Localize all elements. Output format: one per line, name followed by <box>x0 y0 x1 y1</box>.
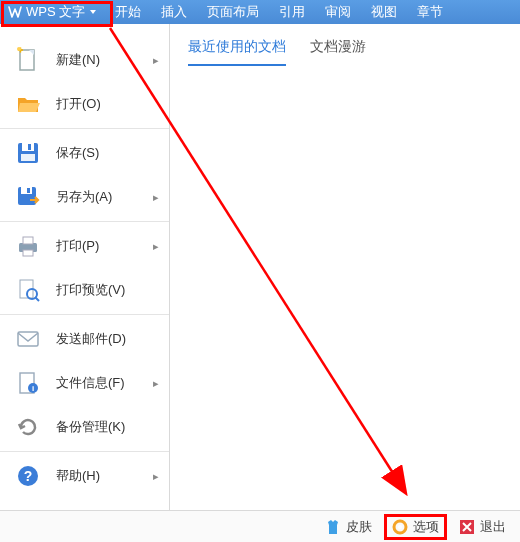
sidebar-item-print[interactable]: 打印(P) ▸ <box>0 224 169 268</box>
menu-insert[interactable]: 插入 <box>151 0 197 24</box>
separator <box>0 314 169 315</box>
close-icon <box>459 519 475 535</box>
chevron-right-icon: ▸ <box>153 377 159 390</box>
mail-icon <box>14 325 42 353</box>
svg-rect-12 <box>23 250 33 256</box>
chevron-down-icon <box>89 8 97 16</box>
svg-rect-6 <box>21 154 35 161</box>
sidebar-item-label: 打开(O) <box>56 95 101 113</box>
separator <box>0 128 169 129</box>
sidebar-item-label: 保存(S) <box>56 144 99 162</box>
content-area: 最近使用的文档 文档漫游 <box>170 24 520 510</box>
doc-tabs: 最近使用的文档 文档漫游 <box>170 24 520 66</box>
svg-rect-16 <box>18 332 38 346</box>
sidebar-item-label: 发送邮件(D) <box>56 330 126 348</box>
exit-button[interactable]: 退出 <box>451 514 514 540</box>
sidebar-item-open[interactable]: 打开(O) <box>0 82 169 126</box>
chevron-right-icon: ▸ <box>153 240 159 253</box>
sidebar-item-backup[interactable]: 备份管理(K) <box>0 405 169 449</box>
file-menu-sidebar: 新建(N) ▸ 打开(O) 保存(S) 另存为(A) <box>0 24 170 510</box>
sidebar-item-label: 备份管理(K) <box>56 418 125 436</box>
print-icon <box>14 232 42 260</box>
svg-rect-0 <box>20 50 34 70</box>
open-folder-icon <box>14 90 42 118</box>
backup-icon <box>14 413 42 441</box>
menu-start[interactable]: 开始 <box>105 0 151 24</box>
svg-text:?: ? <box>24 468 33 484</box>
svg-text:i: i <box>32 384 34 393</box>
app-menu-button[interactable]: WPS 文字 <box>0 0 105 24</box>
exit-label: 退出 <box>480 518 506 536</box>
menu-review[interactable]: 审阅 <box>315 0 361 24</box>
file-info-icon: i <box>14 369 42 397</box>
sidebar-item-label: 打印(P) <box>56 237 99 255</box>
sidebar-item-label: 文件信息(F) <box>56 374 125 392</box>
sidebar-item-sendmail[interactable]: 发送邮件(D) <box>0 317 169 361</box>
svg-point-23 <box>398 525 402 529</box>
tab-doc-roam[interactable]: 文档漫游 <box>310 38 366 66</box>
svg-line-15 <box>35 297 39 301</box>
menubar: WPS 文字 开始 插入 页面布局 引用 审阅 视图 章节 <box>0 0 520 24</box>
sidebar-item-save[interactable]: 保存(S) <box>0 131 169 175</box>
wps-logo-icon <box>8 5 22 19</box>
menu-view[interactable]: 视图 <box>361 0 407 24</box>
sidebar-item-label: 打印预览(V) <box>56 281 125 299</box>
menu-ref[interactable]: 引用 <box>269 0 315 24</box>
sidebar-item-printpreview[interactable]: 打印预览(V) <box>0 268 169 312</box>
options-button[interactable]: 选项 <box>384 514 447 540</box>
sidebar-item-help[interactable]: ? 帮助(H) ▸ <box>0 454 169 498</box>
separator <box>0 451 169 452</box>
app-menu-label: WPS 文字 <box>26 3 85 21</box>
footer-bar: 皮肤 选项 退出 <box>0 510 520 542</box>
separator <box>0 221 169 222</box>
svg-rect-11 <box>23 237 33 244</box>
help-icon: ? <box>14 462 42 490</box>
chevron-right-icon: ▸ <box>153 191 159 204</box>
save-icon <box>14 139 42 167</box>
sidebar-item-label: 帮助(H) <box>56 467 100 485</box>
sidebar-item-label: 另存为(A) <box>56 188 112 206</box>
chevron-right-icon: ▸ <box>153 470 159 483</box>
svg-point-2 <box>17 47 21 51</box>
print-preview-icon <box>14 276 42 304</box>
menu-layout[interactable]: 页面布局 <box>197 0 269 24</box>
tab-recent-docs[interactable]: 最近使用的文档 <box>188 38 286 66</box>
svg-rect-8 <box>21 187 32 194</box>
main-area: 新建(N) ▸ 打开(O) 保存(S) 另存为(A) <box>0 24 520 510</box>
skin-icon <box>325 519 341 535</box>
chevron-right-icon: ▸ <box>153 54 159 67</box>
save-as-icon <box>14 183 42 211</box>
sidebar-item-saveas[interactable]: 另存为(A) ▸ <box>0 175 169 219</box>
skin-label: 皮肤 <box>346 518 372 536</box>
skin-button[interactable]: 皮肤 <box>317 514 380 540</box>
svg-rect-9 <box>27 188 30 193</box>
sidebar-item-fileinfo[interactable]: i 文件信息(F) ▸ <box>0 361 169 405</box>
sidebar-item-new[interactable]: 新建(N) ▸ <box>0 38 169 82</box>
svg-rect-5 <box>28 144 31 150</box>
options-label: 选项 <box>413 518 439 536</box>
new-file-icon <box>14 46 42 74</box>
sidebar-item-label: 新建(N) <box>56 51 100 69</box>
app-window: WPS 文字 开始 插入 页面布局 引用 审阅 视图 章节 新建(N) ▸ <box>0 0 520 542</box>
menu-section[interactable]: 章节 <box>407 0 453 24</box>
gear-icon <box>392 519 408 535</box>
